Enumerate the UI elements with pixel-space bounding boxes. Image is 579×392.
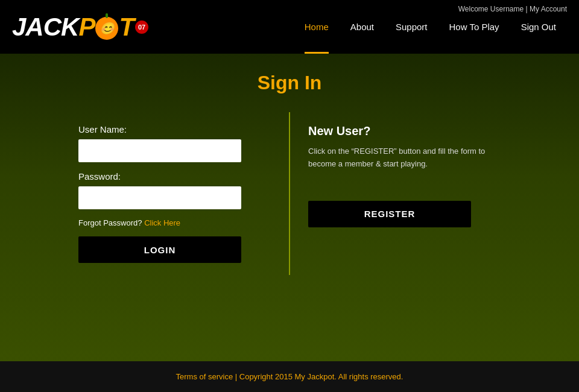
username-input[interactable] xyxy=(78,139,241,162)
footer-text: Terms of service | Copyright 2015 My Jac… xyxy=(176,372,403,381)
logo-text: JACKPT xyxy=(12,13,134,42)
form-container: User Name: Password: Forgot Password? Cl… xyxy=(60,112,519,275)
username-label: User Name: xyxy=(78,124,271,134)
footer: Terms of service | Copyright 2015 My Jac… xyxy=(0,361,579,392)
logo-orange-icon xyxy=(95,17,118,40)
new-user-title: New User? xyxy=(308,124,501,138)
register-button[interactable]: REGISTER xyxy=(308,201,471,227)
new-user-description: Click on the “REGISTER” button and fill … xyxy=(308,145,501,171)
forgot-password-row: Forgot Password? Click Here xyxy=(78,218,271,227)
sign-in-title: Sign In xyxy=(258,72,322,94)
logo-area: JACKPT 07 xyxy=(12,13,148,42)
nav-item-sign-out[interactable]: Sign Out xyxy=(510,0,567,54)
login-section: User Name: Password: Forgot Password? Cl… xyxy=(60,112,290,275)
forgot-text: Forgot Password? xyxy=(78,218,142,227)
password-input[interactable] xyxy=(78,186,241,209)
main-content: Sign In User Name: Password: Forgot Pass… xyxy=(0,54,579,361)
logo-badge: 07 xyxy=(135,21,148,34)
main-nav: Home About Support How To Play Sign Out xyxy=(294,0,567,54)
nav-item-about[interactable]: About xyxy=(340,0,385,54)
register-section: New User? Click on the “REGISTER” button… xyxy=(290,112,519,275)
nav-item-support[interactable]: Support xyxy=(385,0,438,54)
password-label: Password: xyxy=(78,171,271,182)
header: JACKPT 07 Welcome Username | My Account … xyxy=(0,0,579,54)
nav-item-home[interactable]: Home xyxy=(294,0,340,54)
login-button[interactable]: LOGIN xyxy=(78,236,241,263)
nav-item-how-to-play[interactable]: How To Play xyxy=(438,0,510,54)
forgot-link[interactable]: Click Here xyxy=(144,218,180,227)
